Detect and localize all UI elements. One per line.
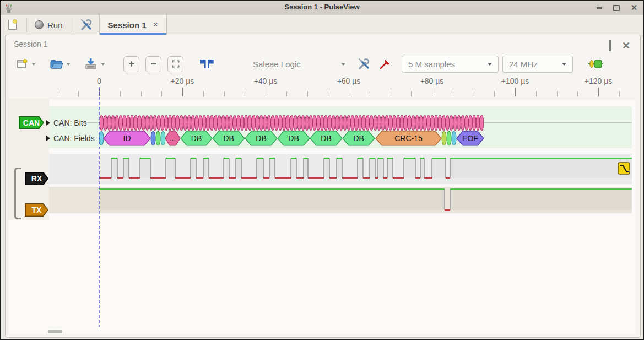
ruler-major-tick — [266, 88, 266, 96]
probe-icon — [378, 57, 392, 71]
ruler-minor-tick — [536, 91, 537, 96]
zoom-out-button[interactable] — [145, 56, 161, 72]
title-bar: Session 1 - PulseView ✕ — [1, 1, 643, 15]
wrench-screwdriver-icon — [79, 18, 93, 32]
session-toolbar: Saleae Logic 5 M samples 24 MHz — [14, 54, 606, 74]
sample-count-combo[interactable]: 5 M samples — [402, 56, 499, 73]
new-view-button[interactable] — [14, 55, 37, 73]
window-close-button[interactable]: ✕ — [630, 4, 638, 12]
expand-arrow-icon[interactable] — [46, 120, 50, 126]
add-decoder-button[interactable] — [585, 55, 606, 73]
ruler-minor-tick — [120, 91, 121, 96]
ruler-label: +80 µs — [405, 77, 458, 85]
channel-group-bracket[interactable] — [14, 168, 21, 219]
can-fields-label-text: CAN: Fields — [53, 134, 95, 143]
configure-device-button[interactable] — [354, 55, 373, 73]
run-button[interactable]: Run — [29, 15, 69, 35]
ruler-label: 0 — [73, 77, 126, 85]
toolbar-separator — [71, 18, 71, 32]
rx-channel-tag[interactable]: RX — [25, 172, 48, 185]
open-button[interactable] — [47, 55, 72, 73]
ruler-major-tick — [349, 88, 349, 96]
can-bits-label-text: CAN: Bits — [53, 118, 87, 127]
panel-close-button[interactable]: ✕ — [622, 42, 630, 49]
dropdown-caret-icon — [101, 63, 105, 66]
time-ruler: 0+20 µs+40 µs+60 µs+80 µs+100 µs+120 µs — [1, 75, 644, 98]
ruler-major-tick — [598, 88, 599, 96]
main-toolbar: Run Session 1 × — [1, 15, 643, 35]
dropdown-caret-icon — [66, 63, 71, 66]
can-decoder-tag[interactable]: CAN — [19, 116, 44, 129]
show-cursors-button[interactable] — [197, 55, 217, 73]
zoom-in-icon — [128, 60, 136, 68]
expand-arrow-icon[interactable] — [46, 136, 50, 141]
ruler-major-tick — [99, 88, 100, 96]
ruler-minor-tick — [557, 91, 558, 96]
window-maximize-button[interactable] — [613, 4, 620, 12]
ruler-label: +60 µs — [322, 77, 375, 85]
zoom-fit-icon — [171, 60, 180, 68]
ruler-minor-tick — [494, 91, 495, 96]
wrench-screwdriver-icon — [356, 57, 371, 71]
ruler-minor-tick — [619, 91, 620, 96]
ruler-minor-tick — [474, 91, 474, 96]
device-name: Saleae Logic — [253, 60, 301, 69]
device-select[interactable]: Saleae Logic — [253, 60, 345, 69]
ruler-minor-tick — [411, 91, 412, 96]
new-view-icon — [15, 58, 29, 70]
pulseview-window: Session 1 - PulseView ✕ Run — [0, 0, 644, 340]
ruler-label: +120 µs — [572, 77, 625, 85]
session-panel-title: Session 1 — [14, 40, 47, 48]
new-document-icon — [7, 18, 19, 31]
sample-count-value: 5 M samples — [408, 60, 455, 69]
channels-button[interactable] — [376, 55, 394, 73]
dropdown-caret-icon — [488, 63, 492, 66]
run-label: Run — [47, 20, 63, 30]
dropdown-caret-icon — [341, 63, 345, 66]
ruler-major-tick — [432, 88, 432, 96]
ruler-label: +40 µs — [239, 77, 292, 85]
ruler-major-tick — [515, 88, 516, 96]
new-session-button[interactable] — [1, 15, 25, 35]
ruler-minor-tick — [307, 91, 308, 96]
can-decoder-row-background — [49, 106, 632, 148]
tab-close-button[interactable]: × — [153, 20, 158, 30]
panel-maximize-icon — [609, 40, 611, 51]
panel-maximize-button[interactable] — [609, 41, 611, 51]
ruler-minor-tick — [286, 91, 287, 96]
ruler-minor-tick — [453, 91, 453, 96]
minimize-icon — [597, 7, 602, 9]
can-tag-label: CAN — [20, 117, 44, 128]
ruler-minor-tick — [161, 91, 162, 96]
window-title: Session 1 - PulseView — [1, 3, 643, 11]
tx-channel-tag[interactable]: TX — [25, 203, 48, 217]
save-icon — [84, 57, 98, 71]
zoom-fit-button[interactable] — [167, 56, 183, 72]
ruler-minor-tick — [328, 91, 328, 96]
run-state-icon — [35, 20, 44, 29]
maximize-icon — [613, 5, 620, 11]
rx-tag-label: RX — [26, 173, 48, 185]
settings-button[interactable] — [73, 15, 99, 35]
save-button[interactable] — [82, 55, 107, 73]
tab-label: Session 1 — [108, 20, 147, 30]
toolbar-separator — [26, 18, 27, 32]
tab-session-1[interactable]: Session 1 × — [99, 15, 167, 35]
ruler-minor-tick — [577, 91, 578, 96]
tx-tag-label: TX — [26, 204, 48, 216]
can-fields-row-label[interactable]: CAN: Fields — [46, 133, 95, 143]
rx-row-background — [49, 154, 632, 184]
ruler-minor-tick — [370, 91, 370, 96]
open-folder-icon — [49, 58, 63, 70]
ruler-label: +100 µs — [489, 77, 542, 85]
dropdown-caret-icon — [31, 63, 36, 66]
can-bits-row-label[interactable]: CAN: Bits — [46, 118, 87, 128]
horizontal-scrollbar-thumb[interactable] — [48, 330, 62, 333]
tx-row-background — [49, 187, 632, 213]
zoom-in-button[interactable] — [123, 56, 139, 72]
dropdown-caret-icon — [562, 63, 566, 66]
sample-rate-combo[interactable]: 24 MHz — [502, 56, 573, 73]
window-minimize-button[interactable] — [595, 4, 603, 12]
ruler-minor-tick — [224, 91, 225, 96]
ruler-minor-tick — [141, 91, 142, 96]
